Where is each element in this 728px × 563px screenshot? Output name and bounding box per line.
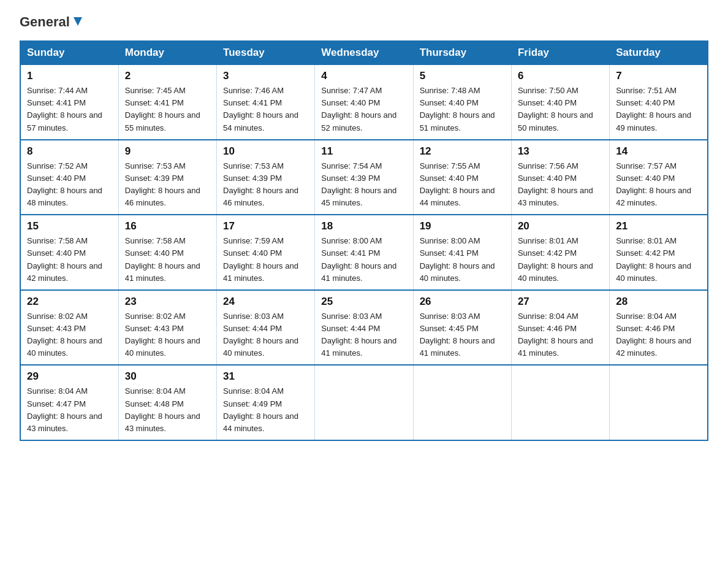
col-header-sunday: Sunday	[20, 41, 118, 64]
calendar-cell: 19 Sunrise: 8:00 AMSunset: 4:41 PMDaylig…	[413, 215, 511, 290]
day-number: 29	[27, 370, 112, 383]
day-info: Sunrise: 7:59 AMSunset: 4:40 PMDaylight:…	[223, 236, 298, 282]
day-info: Sunrise: 7:52 AMSunset: 4:40 PMDaylight:…	[27, 161, 102, 207]
calendar-week-row: 1 Sunrise: 7:44 AMSunset: 4:41 PMDayligh…	[20, 64, 708, 140]
day-info: Sunrise: 8:01 AMSunset: 4:42 PMDaylight:…	[616, 236, 691, 282]
page-header: General	[20, 15, 708, 29]
calendar-cell	[610, 365, 708, 440]
col-header-monday: Monday	[118, 41, 216, 64]
day-number: 28	[616, 296, 701, 308]
day-number: 2	[125, 70, 210, 82]
day-info: Sunrise: 8:01 AMSunset: 4:42 PMDaylight:…	[518, 236, 593, 282]
calendar-cell: 24 Sunrise: 8:03 AMSunset: 4:44 PMDaylig…	[217, 290, 315, 366]
day-number: 6	[518, 70, 603, 82]
col-header-tuesday: Tuesday	[217, 41, 315, 64]
day-info: Sunrise: 8:03 AMSunset: 4:45 PMDaylight:…	[420, 312, 495, 358]
day-number: 5	[420, 70, 505, 82]
calendar-cell: 14 Sunrise: 7:57 AMSunset: 4:40 PMDaylig…	[610, 140, 708, 215]
logo-text-general: General	[20, 15, 70, 29]
calendar-cell: 5 Sunrise: 7:48 AMSunset: 4:40 PMDayligh…	[413, 64, 511, 140]
day-info: Sunrise: 8:04 AMSunset: 4:47 PMDaylight:…	[27, 386, 102, 432]
day-number: 7	[616, 70, 701, 82]
calendar-cell: 3 Sunrise: 7:46 AMSunset: 4:41 PMDayligh…	[217, 64, 315, 140]
day-number: 11	[321, 145, 406, 158]
calendar-week-row: 22 Sunrise: 8:02 AMSunset: 4:43 PMDaylig…	[20, 290, 708, 366]
day-number: 25	[321, 296, 406, 308]
logo-arrow-icon	[71, 15, 85, 28]
day-number: 20	[518, 220, 603, 232]
calendar-cell: 12 Sunrise: 7:55 AMSunset: 4:40 PMDaylig…	[413, 140, 511, 215]
day-info: Sunrise: 7:45 AMSunset: 4:41 PMDaylight:…	[125, 86, 200, 132]
day-number: 19	[420, 220, 505, 232]
calendar-table: SundayMondayTuesdayWednesdayThursdayFrid…	[20, 40, 708, 441]
calendar-cell: 6 Sunrise: 7:50 AMSunset: 4:40 PMDayligh…	[511, 64, 609, 140]
day-info: Sunrise: 7:44 AMSunset: 4:41 PMDaylight:…	[27, 86, 102, 132]
day-info: Sunrise: 7:50 AMSunset: 4:40 PMDaylight:…	[518, 86, 593, 132]
day-info: Sunrise: 8:04 AMSunset: 4:46 PMDaylight:…	[616, 312, 691, 358]
calendar-cell: 30 Sunrise: 8:04 AMSunset: 4:48 PMDaylig…	[118, 365, 216, 440]
calendar-cell: 8 Sunrise: 7:52 AMSunset: 4:40 PMDayligh…	[20, 140, 118, 215]
day-info: Sunrise: 7:57 AMSunset: 4:40 PMDaylight:…	[616, 161, 691, 207]
calendar-cell: 2 Sunrise: 7:45 AMSunset: 4:41 PMDayligh…	[118, 64, 216, 140]
calendar-cell	[511, 365, 609, 440]
day-number: 16	[125, 220, 210, 232]
calendar-cell: 27 Sunrise: 8:04 AMSunset: 4:46 PMDaylig…	[511, 290, 609, 366]
col-header-saturday: Saturday	[610, 41, 708, 64]
logo: General	[20, 15, 85, 29]
calendar-cell: 18 Sunrise: 8:00 AMSunset: 4:41 PMDaylig…	[315, 215, 413, 290]
calendar-cell: 16 Sunrise: 7:58 AMSunset: 4:40 PMDaylig…	[118, 215, 216, 290]
day-info: Sunrise: 7:56 AMSunset: 4:40 PMDaylight:…	[518, 161, 593, 207]
col-header-thursday: Thursday	[413, 41, 511, 64]
calendar-cell: 26 Sunrise: 8:03 AMSunset: 4:45 PMDaylig…	[413, 290, 511, 366]
calendar-week-row: 8 Sunrise: 7:52 AMSunset: 4:40 PMDayligh…	[20, 140, 708, 215]
day-info: Sunrise: 8:02 AMSunset: 4:43 PMDaylight:…	[27, 312, 102, 358]
day-number: 31	[223, 370, 308, 383]
calendar-week-row: 15 Sunrise: 7:58 AMSunset: 4:40 PMDaylig…	[20, 215, 708, 290]
day-number: 4	[321, 70, 406, 82]
day-info: Sunrise: 7:54 AMSunset: 4:39 PMDaylight:…	[321, 161, 396, 207]
calendar-cell: 21 Sunrise: 8:01 AMSunset: 4:42 PMDaylig…	[610, 215, 708, 290]
day-info: Sunrise: 7:47 AMSunset: 4:40 PMDaylight:…	[321, 86, 396, 132]
day-info: Sunrise: 7:53 AMSunset: 4:39 PMDaylight:…	[223, 161, 298, 207]
calendar-cell: 13 Sunrise: 7:56 AMSunset: 4:40 PMDaylig…	[511, 140, 609, 215]
day-number: 22	[27, 296, 112, 308]
day-number: 24	[223, 296, 308, 308]
calendar-cell: 17 Sunrise: 7:59 AMSunset: 4:40 PMDaylig…	[217, 215, 315, 290]
calendar-header-row: SundayMondayTuesdayWednesdayThursdayFrid…	[20, 41, 708, 64]
day-info: Sunrise: 8:00 AMSunset: 4:41 PMDaylight:…	[321, 236, 396, 282]
calendar-cell: 1 Sunrise: 7:44 AMSunset: 4:41 PMDayligh…	[20, 64, 118, 140]
calendar-cell: 28 Sunrise: 8:04 AMSunset: 4:46 PMDaylig…	[610, 290, 708, 366]
day-info: Sunrise: 8:04 AMSunset: 4:46 PMDaylight:…	[518, 312, 593, 358]
calendar-cell: 10 Sunrise: 7:53 AMSunset: 4:39 PMDaylig…	[217, 140, 315, 215]
svg-marker-0	[74, 17, 82, 26]
day-info: Sunrise: 8:04 AMSunset: 4:48 PMDaylight:…	[125, 386, 200, 432]
calendar-cell: 25 Sunrise: 8:03 AMSunset: 4:44 PMDaylig…	[315, 290, 413, 366]
day-number: 27	[518, 296, 603, 308]
day-number: 30	[125, 370, 210, 383]
day-number: 13	[518, 145, 603, 158]
day-number: 9	[125, 145, 210, 158]
calendar-cell: 7 Sunrise: 7:51 AMSunset: 4:40 PMDayligh…	[610, 64, 708, 140]
calendar-week-row: 29 Sunrise: 8:04 AMSunset: 4:47 PMDaylig…	[20, 365, 708, 440]
calendar-cell: 31 Sunrise: 8:04 AMSunset: 4:49 PMDaylig…	[217, 365, 315, 440]
day-info: Sunrise: 8:03 AMSunset: 4:44 PMDaylight:…	[223, 312, 298, 358]
calendar-cell: 15 Sunrise: 7:58 AMSunset: 4:40 PMDaylig…	[20, 215, 118, 290]
calendar-cell: 22 Sunrise: 8:02 AMSunset: 4:43 PMDaylig…	[20, 290, 118, 366]
day-number: 17	[223, 220, 308, 232]
calendar-cell: 29 Sunrise: 8:04 AMSunset: 4:47 PMDaylig…	[20, 365, 118, 440]
day-info: Sunrise: 8:03 AMSunset: 4:44 PMDaylight:…	[321, 312, 396, 358]
calendar-cell: 23 Sunrise: 8:02 AMSunset: 4:43 PMDaylig…	[118, 290, 216, 366]
day-info: Sunrise: 7:55 AMSunset: 4:40 PMDaylight:…	[420, 161, 495, 207]
calendar-cell: 9 Sunrise: 7:53 AMSunset: 4:39 PMDayligh…	[118, 140, 216, 215]
day-info: Sunrise: 7:46 AMSunset: 4:41 PMDaylight:…	[223, 86, 298, 132]
day-number: 12	[420, 145, 505, 158]
calendar-cell: 4 Sunrise: 7:47 AMSunset: 4:40 PMDayligh…	[315, 64, 413, 140]
calendar-cell: 11 Sunrise: 7:54 AMSunset: 4:39 PMDaylig…	[315, 140, 413, 215]
calendar-cell	[315, 365, 413, 440]
calendar-cell: 20 Sunrise: 8:01 AMSunset: 4:42 PMDaylig…	[511, 215, 609, 290]
day-number: 1	[27, 70, 112, 82]
col-header-wednesday: Wednesday	[315, 41, 413, 64]
day-number: 10	[223, 145, 308, 158]
day-info: Sunrise: 7:53 AMSunset: 4:39 PMDaylight:…	[125, 161, 200, 207]
day-number: 8	[27, 145, 112, 158]
